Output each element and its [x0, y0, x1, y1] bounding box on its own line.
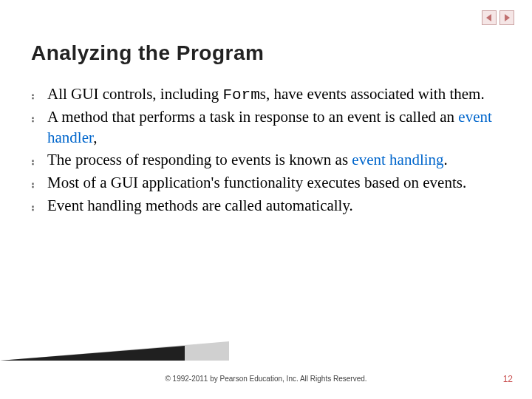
list-item: ։ A method that performs a task in respo… [31, 107, 501, 149]
copyright-footer: © 1992-2011 by Pearson Education, Inc. A… [0, 375, 532, 383]
bullet-text: Most of a GUI application's functionalit… [47, 173, 501, 194]
bullet-icon: ։ [31, 196, 47, 214]
list-item: ։ Most of a GUI application's functional… [31, 173, 501, 194]
triangle-right-icon [503, 14, 511, 21]
next-button[interactable] [499, 10, 514, 25]
list-item: ։ The process of responding to events is… [31, 150, 501, 171]
bullet-icon: ։ [31, 107, 47, 126]
bullet-icon: ։ [31, 84, 47, 103]
bullet-text: All GUI controls, including Forms, have … [47, 84, 501, 106]
bullet-text: Event handling methods are called automa… [47, 196, 501, 217]
bullet-list: ։ All GUI controls, including Forms, hav… [31, 84, 501, 218]
bullet-text: A method that performs a task in respons… [47, 107, 501, 149]
nav-controls [482, 10, 514, 25]
bullet-text: The process of responding to events is k… [47, 150, 501, 171]
prev-button[interactable] [482, 10, 497, 25]
page-number: 12 [503, 374, 513, 384]
bullet-icon: ։ [31, 150, 47, 168]
slide-title: Analyzing the Program [31, 41, 264, 65]
list-item: ։ Event handling methods are called auto… [31, 196, 501, 217]
decorative-wedge-dark [0, 346, 185, 361]
bullet-icon: ։ [31, 173, 47, 191]
slide: Analyzing the Program ։ All GUI controls… [0, 0, 532, 399]
list-item: ։ All GUI controls, including Forms, hav… [31, 84, 501, 106]
triangle-left-icon [485, 14, 493, 21]
